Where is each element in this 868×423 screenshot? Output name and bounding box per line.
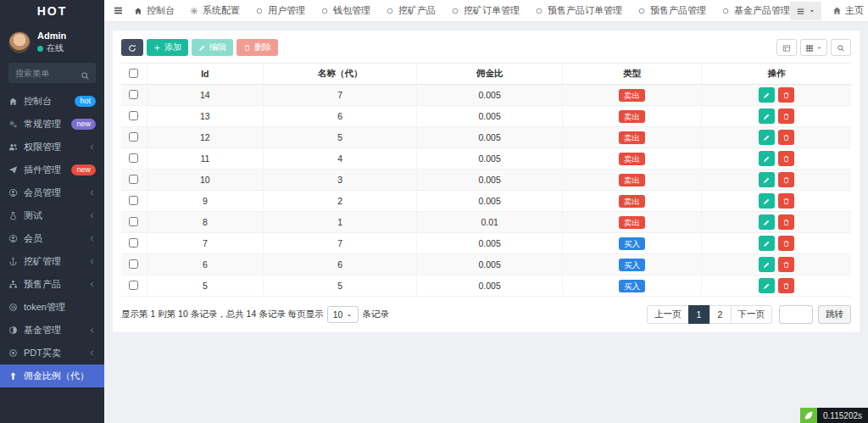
search-toggle-button[interactable] [831, 39, 851, 56]
add-button[interactable]: 添加 [147, 39, 188, 56]
admin-app: HOT Admin 在线 控制台hot常规管理new权限管理插件管理new会员管… [0, 0, 868, 423]
row-delete-button[interactable] [778, 236, 794, 251]
cell-id: 9 [147, 191, 264, 212]
cell-rate: 0.005 [417, 191, 563, 212]
row-checkbox[interactable] [129, 153, 138, 163]
home-icon [8, 97, 18, 106]
type-badge: 买入 [619, 280, 645, 292]
row-checkbox[interactable] [129, 90, 138, 99]
sidebar-search [8, 63, 96, 83]
next-page-button[interactable]: 下一页 [731, 305, 773, 324]
row-delete-button[interactable] [778, 214, 794, 230]
circle-icon [451, 7, 459, 15]
row-delete-button[interactable] [778, 257, 794, 272]
edit-button[interactable]: 编辑 [192, 39, 233, 56]
row-edit-button[interactable] [759, 193, 775, 209]
sidebar-item[interactable]: 控制台hot [0, 90, 104, 113]
row-delete-button[interactable] [778, 172, 794, 187]
content-area: 添加 编辑 删除 [104, 22, 868, 423]
row-delete-button[interactable] [778, 109, 794, 124]
detail-view-button[interactable] [776, 39, 797, 56]
columns-button[interactable] [800, 39, 827, 56]
row-checkbox[interactable] [129, 175, 138, 184]
open-tabs: 控制台系统配置用户管理钱包管理挖矿产品挖矿订单管理预售产品订单管理预售产品管理基… [134, 4, 790, 17]
sidebar-item[interactable]: 插件管理new [0, 159, 104, 181]
plus-icon [153, 43, 161, 53]
circle-icon [637, 7, 646, 15]
tab[interactable]: 控制台 [134, 4, 175, 17]
row-checkbox[interactable] [129, 132, 138, 142]
select-all-checkbox[interactable] [129, 69, 138, 78]
row-edit-button[interactable] [759, 109, 775, 124]
chevron-left-icon [88, 258, 96, 265]
jump-page-input[interactable] [779, 305, 813, 324]
cell-id: 12 [147, 127, 264, 148]
user-status-label: 在线 [47, 42, 64, 54]
sidebar-item[interactable]: 佣金比例（代） [0, 365, 104, 387]
row-edit-button[interactable] [759, 87, 775, 103]
row-edit-button[interactable] [759, 257, 775, 272]
row-delete-button[interactable] [778, 87, 794, 103]
sidebar-item[interactable]: 挖矿管理 [0, 250, 104, 273]
tab-label: 挖矿订单管理 [464, 4, 520, 17]
caret-down-icon [816, 42, 822, 54]
sidebar-item-label: PDT买卖 [24, 347, 88, 359]
page-button[interactable]: 2 [709, 305, 732, 324]
adjust-icon [8, 326, 18, 335]
row-edit-button[interactable] [759, 151, 775, 166]
table-header-row: Id名称（代）佣金比类型操作 [121, 64, 851, 85]
cell-id: 8 [147, 212, 264, 233]
sidebar-item[interactable]: 权限管理 [0, 136, 104, 159]
sidebar-item[interactable]: 常规管理new [0, 113, 104, 136]
menu-toggle-icon[interactable] [113, 5, 124, 16]
sidebar-item[interactable]: 基金管理 [0, 319, 104, 342]
prev-page-button[interactable]: 上一页 [647, 305, 689, 324]
home-link[interactable]: 主页 [832, 4, 864, 17]
row-delete-button[interactable] [778, 130, 794, 145]
tab[interactable]: 基金产品管理 [721, 4, 790, 17]
tab-label: 挖矿产品 [398, 4, 436, 17]
row-checkbox[interactable] [129, 259, 138, 269]
row-edit-button[interactable] [759, 130, 775, 145]
sidebar-item[interactable]: 会员管理 [0, 181, 104, 204]
tab[interactable]: 用户管理 [255, 4, 305, 17]
page-button[interactable]: 1 [688, 305, 710, 324]
sidebar-item[interactable]: 预售产品 [0, 273, 104, 296]
refresh-button[interactable] [121, 39, 143, 56]
trash-icon [243, 43, 251, 53]
sidebar-item[interactable]: PDT买卖 [0, 342, 104, 365]
row-delete-button[interactable] [778, 278, 794, 293]
tab[interactable]: 系统配置 [190, 4, 240, 17]
row-checkbox[interactable] [129, 217, 138, 226]
sidebar-item[interactable]: 测试 [0, 204, 104, 227]
flask-icon [8, 211, 18, 220]
row-delete-button[interactable] [778, 193, 794, 209]
row-checkbox[interactable] [129, 281, 138, 290]
row-edit-button[interactable] [759, 172, 775, 187]
row-edit-button[interactable] [759, 236, 775, 251]
chevron-left-icon [88, 212, 96, 220]
cell-name: 1 [264, 212, 417, 233]
tab[interactable]: 挖矿订单管理 [451, 4, 520, 17]
row-checkbox[interactable] [129, 238, 138, 248]
sitemap-icon [8, 280, 18, 289]
sidebar-item[interactable]: 会员 [0, 227, 104, 250]
row-delete-button[interactable] [778, 151, 794, 166]
sidebar-item-label: token管理 [24, 301, 96, 314]
row-checkbox[interactable] [129, 196, 138, 205]
row-edit-button[interactable] [759, 214, 775, 230]
delete-button[interactable]: 删除 [236, 39, 278, 56]
cell-rate: 0.005 [417, 85, 563, 106]
sidebar-item[interactable]: token管理 [0, 296, 104, 319]
tab[interactable]: 预售产品管理 [637, 4, 706, 17]
tab[interactable]: 预售产品订单管理 [535, 4, 622, 17]
jump-button[interactable]: 跳转 [818, 305, 851, 324]
row-edit-button[interactable] [759, 278, 775, 293]
row-checkbox[interactable] [129, 111, 138, 120]
sidebar-item-label: 插件管理 [24, 164, 71, 176]
tab[interactable]: 钱包管理 [320, 4, 370, 17]
tabs-dropdown-button[interactable] [790, 2, 821, 20]
tab[interactable]: 挖矿产品 [386, 4, 436, 17]
bars-icon [796, 3, 805, 19]
per-page-select[interactable]: 10 [327, 306, 359, 323]
